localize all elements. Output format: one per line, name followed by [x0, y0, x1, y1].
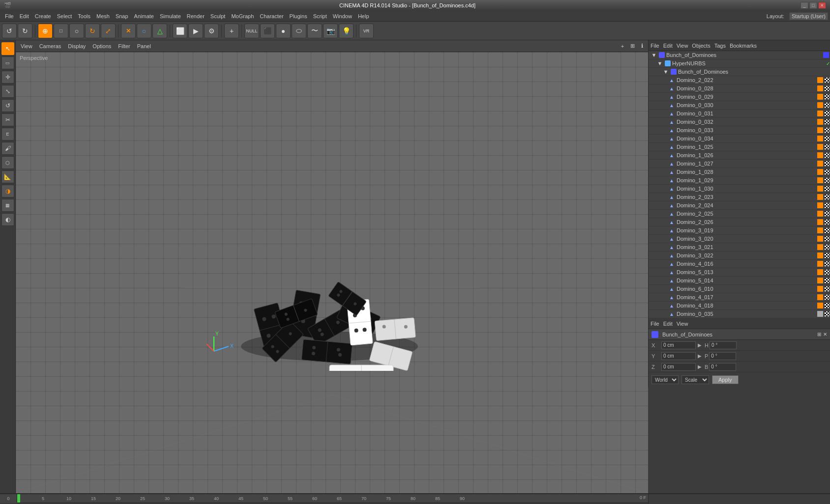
sphere-button[interactable]: ● — [276, 24, 291, 38]
menu-window[interactable]: Window — [330, 12, 355, 20]
material-tool[interactable]: ◐ — [1, 213, 14, 226]
menu-animate[interactable]: Animate — [131, 12, 157, 20]
obj-menu-edit[interactable]: Edit — [663, 43, 673, 49]
obj-item-domino-1[interactable]: ▲ Domino_2_022 — [649, 76, 830, 84]
obj-item-domino-11[interactable]: ▲ Domino_1_027 — [649, 160, 830, 168]
spline-button[interactable]: 〜 — [307, 24, 322, 38]
obj-menu-tags[interactable]: Tags — [714, 43, 726, 49]
menu-snap[interactable]: Snap — [113, 12, 131, 20]
attr-b-val[interactable] — [709, 363, 736, 371]
obj-menu-file[interactable]: File — [651, 43, 659, 49]
obj-item-domino-18[interactable]: ▲ Domino_2_026 — [649, 218, 830, 226]
rotate-tool[interactable]: ↺ — [1, 99, 14, 112]
visibility-icon[interactable] — [823, 52, 829, 58]
camera-button[interactable]: 📷 — [323, 24, 338, 38]
obj-item-domino-28[interactable]: ▲ Domino_4_018 — [649, 302, 830, 310]
cylinder-button[interactable]: ⬭ — [292, 24, 306, 38]
attr-h-val[interactable] — [710, 341, 737, 349]
obj-item-domino-5[interactable]: ▲ Domino_0_031 — [649, 110, 830, 118]
menu-script[interactable]: Script — [310, 12, 330, 20]
menu-mesh[interactable]: Mesh — [93, 12, 113, 20]
obj-item-domino-20[interactable]: ▲ Domino_3_020 — [649, 235, 830, 243]
obj-item-domino-24[interactable]: ▲ Domino_5_013 — [649, 268, 830, 277]
obj-item-domino-8[interactable]: ▲ Domino_0_034 — [649, 135, 830, 143]
attr-menu-file[interactable]: File — [651, 321, 659, 327]
obj-item-domino-12[interactable]: ▲ Domino_1_028 — [649, 168, 830, 176]
render-view-button[interactable]: ▶ — [188, 24, 203, 38]
scale-tool[interactable]: ⤡ — [1, 85, 14, 98]
points-mode-button[interactable]: ✕ — [121, 24, 136, 38]
cube-button[interactable]: ⬛ — [260, 24, 275, 38]
obj-item-domino-14[interactable]: ▲ Domino_1_030 — [649, 185, 830, 193]
obj-item-domino-6[interactable]: ▲ Domino_0_032 — [649, 118, 830, 126]
obj-item-domino-2[interactable]: ▲ Domino_0_028 — [649, 84, 830, 93]
obj-item-domino-26[interactable]: ▲ Domino_6_010 — [649, 285, 830, 293]
render-region-button[interactable]: ⬜ — [173, 24, 187, 38]
attr-icon-1[interactable]: ⊞ — [817, 332, 821, 337]
light-button[interactable]: 💡 — [339, 24, 354, 38]
menu-select[interactable]: Select — [54, 12, 75, 20]
object-mode-button[interactable]: ○ — [69, 24, 84, 38]
magnet-tool[interactable]: ◑ — [1, 185, 14, 197]
obj-menu-objects[interactable]: Objects — [692, 43, 710, 49]
viewport-lock-icon[interactable]: + — [619, 42, 626, 50]
vp-menu-options[interactable]: Options — [89, 43, 114, 50]
attr-y-pos[interactable] — [661, 352, 696, 360]
obj-item-hypernurbs[interactable]: ▼ HyperNURBS ✓ — [649, 59, 830, 68]
model-mode-button[interactable]: □ — [54, 24, 68, 38]
move-tool-button[interactable]: ⊕ — [38, 24, 53, 38]
render-settings-button[interactable]: ⚙ — [204, 24, 219, 38]
scale-tool-button[interactable]: ⤢ — [101, 24, 116, 38]
vp-menu-panel[interactable]: Panel — [134, 43, 154, 50]
close-button[interactable]: ✕ — [818, 2, 826, 9]
attr-menu-view[interactable]: View — [677, 321, 688, 327]
obj-item-domino-10[interactable]: ▲ Domino_1_026 — [649, 151, 830, 160]
add-object-button[interactable]: + — [224, 24, 239, 38]
menu-help[interactable]: Help — [355, 12, 372, 20]
vr-button[interactable]: VR — [359, 24, 374, 38]
attr-menu-edit[interactable]: Edit — [663, 321, 673, 327]
viewport-info-icon[interactable]: ℹ — [638, 42, 646, 50]
obj-menu-view[interactable]: View — [677, 43, 688, 49]
viewport-frame-icon[interactable]: ⊞ — [628, 42, 636, 50]
menu-sculpt[interactable]: Sculpt — [208, 12, 229, 20]
obj-item-domino-25[interactable]: ▲ Domino_5_014 — [649, 277, 830, 285]
undo-button[interactable]: ↺ — [2, 24, 17, 38]
menu-create[interactable]: Create — [32, 12, 54, 20]
obj-item-domino-17[interactable]: ▲ Domino_2_025 — [649, 210, 830, 218]
obj-item-domino-16[interactable]: ▲ Domino_2_024 — [649, 201, 830, 210]
attr-x-pos[interactable] — [661, 341, 696, 349]
obj-item-domino-15[interactable]: ▲ Domino_2_023 — [649, 193, 830, 201]
obj-item-domino-27[interactable]: ▲ Domino_4_017 — [649, 293, 830, 302]
vp-menu-view[interactable]: View — [18, 43, 35, 50]
select-tool[interactable]: ↖ — [1, 42, 14, 55]
menu-simulate[interactable]: Simulate — [157, 12, 184, 20]
brush-tool[interactable]: 🖌 — [1, 142, 14, 155]
maximize-button[interactable]: □ — [809, 2, 817, 9]
viewport-canvas[interactable]: Perspective — [16, 52, 648, 493]
redo-button[interactable]: ↻ — [18, 24, 32, 38]
window-controls[interactable]: _ □ ✕ — [800, 2, 826, 9]
menu-mograph[interactable]: MoGraph — [228, 12, 257, 20]
menu-file[interactable]: File — [2, 12, 17, 20]
layout-value[interactable]: Startup (User) — [789, 12, 828, 20]
attr-icon-2[interactable]: ✕ — [823, 332, 827, 337]
menu-tools[interactable]: Tools — [75, 12, 93, 20]
null-object-button[interactable]: NULL — [244, 24, 259, 38]
knife-tool[interactable]: ✂ — [1, 113, 14, 126]
measure-tool[interactable]: 📐 — [1, 170, 14, 183]
obj-item-domino-29[interactable]: ▲ Domino_0_035 — [649, 310, 830, 318]
vp-menu-display[interactable]: Display — [65, 43, 89, 50]
obj-item-domino-9[interactable]: ▲ Domino_1_025 — [649, 143, 830, 151]
obj-item-domino-22[interactable]: ▲ Domino_3_022 — [649, 252, 830, 260]
obj-item-domino-21[interactable]: ▲ Domino_3_021 — [649, 243, 830, 252]
attr-p-val[interactable] — [709, 352, 736, 360]
menu-edit[interactable]: Edit — [17, 12, 32, 20]
vp-menu-cameras[interactable]: Cameras — [36, 43, 64, 50]
obj-item-domino-7[interactable]: ▲ Domino_0_033 — [649, 126, 830, 135]
vp-menu-filter[interactable]: Filter — [115, 43, 133, 50]
obj-item-domino-3[interactable]: ▲ Domino_0_029 — [649, 93, 830, 101]
obj-item-domino-4[interactable]: ▲ Domino_0_030 — [649, 101, 830, 110]
move-tool[interactable]: ✛ — [1, 71, 14, 84]
rectangle-select[interactable]: ▭ — [1, 56, 14, 69]
